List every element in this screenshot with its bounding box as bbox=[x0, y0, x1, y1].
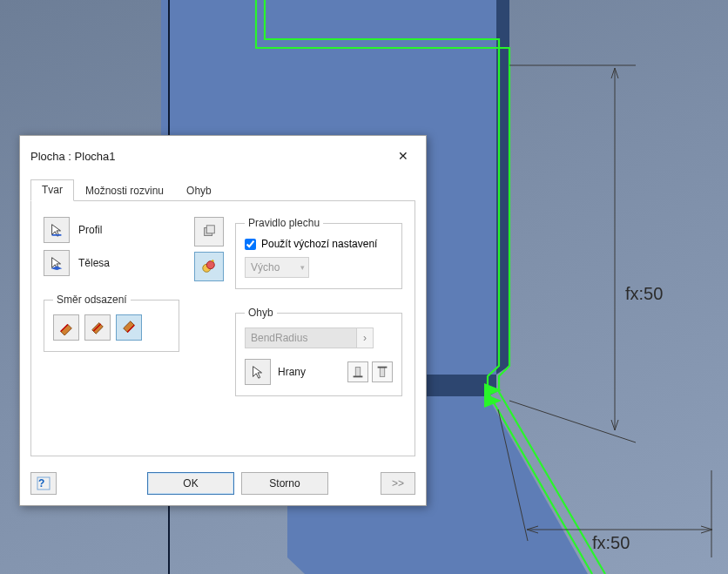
sheet-rule-fieldset: Pravidlo plechu Použít výchozí nastavení… bbox=[235, 217, 402, 289]
left-column: Profil Tělesa Směr odsazení bbox=[44, 217, 183, 396]
bend-radius-flyout[interactable]: › bbox=[356, 328, 373, 348]
sheet-rule-legend: Pravidlo plechu bbox=[245, 217, 323, 229]
cursor-solid-icon bbox=[49, 255, 64, 271]
close-button[interactable]: ✕ bbox=[389, 146, 417, 165]
svg-line-1 bbox=[509, 401, 636, 442]
dimension-value-right[interactable]: fx:50 bbox=[625, 284, 663, 304]
offset-b-icon bbox=[121, 320, 137, 335]
offset-legend: Směr odsazení bbox=[53, 294, 131, 306]
use-default-row[interactable]: Použít výchozí nastavení bbox=[245, 238, 393, 250]
offset-fieldset: Směr odsazení bbox=[44, 294, 179, 352]
dialog-titlebar[interactable]: Plocha : Plocha1 ✕ bbox=[20, 136, 426, 169]
bend-radius-value: BendRadius bbox=[251, 332, 356, 344]
svg-marker-10 bbox=[92, 323, 104, 334]
cursor-icon bbox=[250, 364, 266, 380]
cursor-icon bbox=[49, 222, 64, 238]
join-icon bbox=[201, 259, 217, 274]
help-icon: ? bbox=[37, 476, 51, 490]
svg-point-17 bbox=[206, 261, 214, 269]
face-dialog: Plocha : Plocha1 ✕ Tvar Možnosti rozvinu… bbox=[19, 135, 427, 506]
sheet-rule-select: Výcho ▾ bbox=[245, 257, 309, 278]
pick-edges-button[interactable] bbox=[245, 359, 271, 385]
bend-radius-field: BendRadius › bbox=[245, 328, 374, 348]
offset-mid-button[interactable] bbox=[84, 314, 111, 341]
dialog-title: Plocha : Plocha1 bbox=[30, 150, 116, 163]
use-default-label: Použít výchozí nastavení bbox=[261, 238, 377, 250]
edge-align-a-button[interactable] bbox=[347, 361, 368, 382]
chevron-down-icon: ▾ bbox=[300, 263, 305, 272]
edges-label: Hrany bbox=[278, 360, 306, 384]
tab-bend[interactable]: Ohyb bbox=[175, 180, 223, 201]
bodies-label: Tělesa bbox=[78, 251, 110, 275]
close-icon: ✕ bbox=[398, 149, 408, 163]
svg-text:?: ? bbox=[38, 477, 44, 490]
right-column: Pravidlo plechu Použít výchozí nastavení… bbox=[235, 217, 402, 396]
pick-bodies-button[interactable] bbox=[44, 250, 70, 276]
edge-align-b-button[interactable] bbox=[372, 361, 393, 382]
more-button[interactable]: >> bbox=[381, 472, 415, 495]
sheet-rule-select-value: Výcho bbox=[251, 261, 280, 273]
svg-rect-18 bbox=[355, 368, 360, 377]
align-a-icon bbox=[350, 364, 366, 380]
new-solid-icon bbox=[201, 224, 217, 240]
profile-label: Profil bbox=[78, 218, 102, 242]
cancel-button[interactable]: Storno bbox=[241, 472, 328, 495]
help-button[interactable]: ? bbox=[30, 472, 57, 495]
dimension-value-bottom[interactable]: fx:50 bbox=[592, 533, 630, 553]
pick-profile-button[interactable] bbox=[44, 217, 70, 243]
svg-rect-6 bbox=[52, 234, 62, 236]
operation-column bbox=[183, 217, 235, 396]
tab-unfold[interactable]: Možnosti rozvinu bbox=[74, 180, 175, 201]
offset-side-a-button[interactable] bbox=[53, 314, 79, 341]
bend-legend: Ohyb bbox=[245, 307, 277, 319]
offset-mid-icon bbox=[90, 320, 105, 335]
svg-rect-15 bbox=[206, 226, 214, 233]
dimension-right bbox=[509, 65, 636, 442]
direction-arrow-right-2 bbox=[484, 394, 502, 408]
new-solid-button[interactable] bbox=[194, 217, 224, 246]
chevron-right-icon: › bbox=[363, 332, 367, 344]
tabs: Tvar Možnosti rozvinu Ohyb bbox=[30, 178, 415, 201]
offset-side-b-button[interactable] bbox=[116, 314, 142, 341]
viewport[interactable]: fx:50 fx:50 Plocha : Plocha1 ✕ Tvar Možn… bbox=[0, 0, 728, 574]
ok-button[interactable]: OK bbox=[147, 472, 234, 495]
dialog-buttons: ? OK Storno >> bbox=[20, 465, 426, 505]
svg-rect-20 bbox=[380, 368, 384, 377]
join-button[interactable] bbox=[194, 252, 224, 281]
tab-shape[interactable]: Tvar bbox=[30, 179, 74, 201]
bend-fieldset: Ohyb BendRadius › bbox=[235, 307, 402, 396]
use-default-checkbox[interactable] bbox=[245, 239, 256, 250]
align-b-icon bbox=[374, 364, 390, 380]
offset-a-icon bbox=[58, 320, 74, 335]
tab-shape-body: Profil Tělesa Směr odsazení bbox=[30, 201, 415, 456]
